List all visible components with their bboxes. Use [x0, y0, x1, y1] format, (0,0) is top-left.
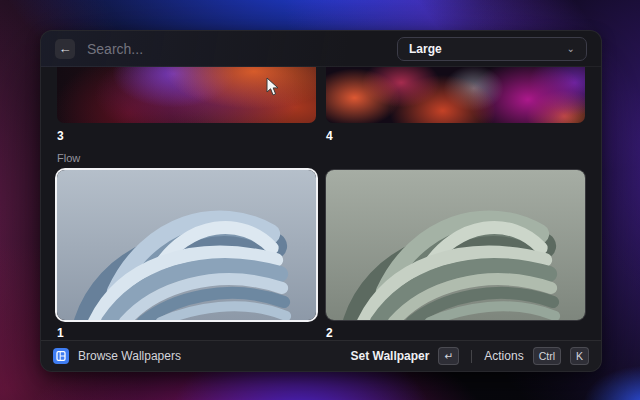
thumbnail-2-image	[326, 170, 585, 320]
top-thumbnail-row	[57, 67, 585, 123]
thumbnail-4[interactable]	[326, 67, 585, 123]
top-label-row: 3 4	[57, 129, 585, 143]
thumbnail-2-label: 2	[326, 326, 585, 340]
back-button[interactable]: ←	[55, 39, 75, 59]
set-wallpaper-button[interactable]: Set Wallpaper	[351, 349, 430, 363]
actions-button[interactable]: Actions	[484, 349, 523, 363]
ctrl-key-badge: Ctrl	[533, 347, 561, 365]
section-title-flow: Flow	[57, 152, 585, 164]
back-arrow-icon: ←	[59, 42, 72, 55]
app-title: Browse Wallpapers	[78, 349, 181, 363]
footer-divider	[471, 350, 472, 363]
chevron-down-icon: ⌄	[567, 44, 575, 54]
k-key-badge: K	[570, 347, 589, 365]
thumbnail-1[interactable]	[57, 170, 316, 320]
grid-size-value: Large	[409, 42, 442, 56]
thumbnail-4-label: 4	[326, 129, 585, 143]
thumbnail-1-label: 1	[57, 326, 316, 340]
thumbnail-3-label: 3	[57, 129, 316, 143]
search-input[interactable]	[87, 41, 385, 57]
search-header: ← Large ⌄	[41, 31, 601, 67]
thumbnail-3-image	[57, 67, 316, 123]
grid-size-dropdown[interactable]: Large ⌄	[397, 37, 587, 61]
wallpaper-app-icon	[53, 348, 69, 364]
enter-key-badge: ↵	[438, 347, 459, 365]
footer-bar: Browse Wallpapers Set Wallpaper ↵ Action…	[41, 340, 601, 371]
wallpaper-grid: 3 4 Flow	[41, 67, 601, 340]
app-window: ← Large ⌄ 3 4 Flow	[40, 30, 602, 372]
thumbnail-2[interactable]	[326, 170, 585, 320]
thumbnail-4-image	[326, 67, 585, 123]
flow-thumbnail-row	[57, 170, 585, 320]
flow-label-row: 1 2	[57, 326, 585, 340]
thumbnail-3[interactable]	[57, 67, 316, 123]
thumbnail-1-image	[57, 170, 316, 320]
